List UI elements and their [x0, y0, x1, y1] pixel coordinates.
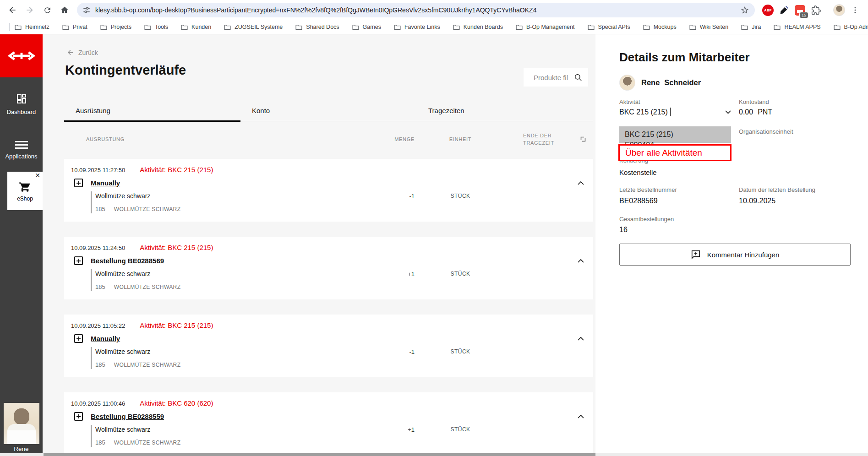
- horizontal-scrollbar-thumb[interactable]: [44, 453, 595, 456]
- pen-extension-icon[interactable]: [780, 5, 789, 15]
- card-activity: Aktivität: BKC 215 (215): [140, 321, 213, 329]
- adblock-extension-icon[interactable]: ABP: [762, 5, 774, 16]
- bookmarks-bar: Heimnetz Privat Projects Tools Kunden: [0, 20, 868, 34]
- bookmark-folder[interactable]: Kunden: [180, 23, 211, 31]
- folder-icon: [741, 23, 748, 31]
- gesamtbestellungen-value: 16: [619, 226, 628, 234]
- sidebar-item-applications[interactable]: Applications: [0, 135, 43, 165]
- bookmark-folder[interactable]: Games: [352, 23, 381, 31]
- bookmark-label: ZUGSEIL Systeme: [235, 24, 283, 30]
- collapse-chevron-icon[interactable]: [578, 337, 584, 341]
- collapse-chevron-icon[interactable]: [578, 414, 584, 418]
- home-button[interactable]: [57, 2, 72, 18]
- comment-add-icon: [691, 250, 701, 260]
- dropdown-chevron-icon[interactable]: [725, 110, 731, 114]
- sidebar-item-label: Applications: [5, 153, 37, 160]
- product-row: Wollmütze schwarz +1 STÜCK: [92, 270, 593, 277]
- bookmark-folder[interactable]: Mockups: [643, 23, 677, 31]
- forward-button[interactable]: [22, 2, 38, 18]
- product-filter-input[interactable]: Produkte fil: [524, 68, 588, 87]
- dropdown-option-all-activities[interactable]: Über alle Aktivitäten: [625, 148, 702, 158]
- user-photo[interactable]: [4, 403, 39, 444]
- horizontal-scrollbar[interactable]: [0, 453, 868, 456]
- product-filter-placeholder: Produkte fil: [534, 74, 574, 81]
- dropdown-option-selected[interactable]: BKC 215 (215): [619, 126, 731, 143]
- folder-icon: [14, 23, 22, 31]
- collapse-chevron-icon[interactable]: [578, 259, 584, 263]
- col-header-end-of-wear: ENDE DER TRAGEZEIT: [506, 132, 573, 147]
- bookmark-folder[interactable]: Jira: [741, 23, 761, 31]
- bookmark-folder[interactable]: Kunden Boards: [453, 23, 503, 31]
- browser-menu-kebab-icon[interactable]: [851, 6, 859, 14]
- card-source-link[interactable]: Manually: [91, 335, 120, 342]
- back-link[interactable]: Zurück: [66, 49, 98, 56]
- card-meta: 10.09.2025 11:00:46 Aktivität: BKC 620 (…: [64, 399, 593, 407]
- aktivitaet-dropdown[interactable]: BKC 215 (215): [619, 108, 731, 116]
- sidebar-item-eshop[interactable]: ✕ eShop: [7, 172, 43, 210]
- product-code-row: 185 WOLLMÜTZE SCHWARZ: [92, 439, 593, 446]
- sidebar-item-label: eShop: [17, 195, 33, 202]
- bookmark-folder[interactable]: Projects: [100, 23, 131, 31]
- bookmark-label: Jira: [752, 24, 761, 30]
- sidebar-item-label: Dashboard: [7, 109, 36, 115]
- folder-icon: [144, 23, 152, 31]
- reload-button[interactable]: [39, 2, 55, 18]
- sidebar-item-dashboard[interactable]: Dashboard: [0, 89, 43, 119]
- col-header-qty: MENGE: [369, 136, 415, 142]
- card-products: Wollmütze schwarz +1 STÜCK 185 WOLLMÜTZE…: [91, 269, 593, 291]
- back-button[interactable]: [5, 2, 20, 18]
- letzte-bestellnummer-label: Letzte Bestellnummer: [619, 186, 677, 193]
- kontierung-value: Kostenstelle: [619, 168, 657, 176]
- bookmark-folder[interactable]: Heimnetz: [14, 23, 49, 31]
- bookmark-folder[interactable]: Tools: [144, 23, 168, 31]
- text-caret: [670, 108, 671, 116]
- aktivitaet-value: BKC 215 (215): [619, 108, 668, 116]
- product-code-row: 185 WOLLMÜTZE SCHWARZ: [92, 361, 593, 368]
- bookmark-folder[interactable]: ZUGSEIL Systeme: [224, 23, 283, 31]
- expand-plus-icon[interactable]: [74, 412, 83, 421]
- browser-toolbar: klesy.sbb.b-op.com/bop-desktop?BusinessP…: [0, 0, 868, 20]
- bookmark-folder[interactable]: Special APIs: [587, 23, 630, 31]
- col-header-equipment: AUSRÜSTUNG: [86, 136, 369, 142]
- bookmark-folder[interactable]: REALM APPS: [773, 23, 820, 31]
- browser-profile-avatar[interactable]: [833, 4, 845, 16]
- tab[interactable]: Konto: [240, 107, 417, 121]
- password-extension-icon[interactable]: 15: [795, 5, 805, 16]
- tab[interactable]: Ausrüstung: [64, 107, 240, 122]
- card-head: Manually: [64, 334, 593, 343]
- folder-icon: [393, 23, 401, 31]
- star-icon[interactable]: [740, 5, 749, 15]
- extensions-puzzle-icon[interactable]: [811, 5, 821, 15]
- address-bar[interactable]: klesy.sbb.b-op.com/bop-desktop?BusinessP…: [77, 3, 755, 17]
- card-source-link[interactable]: Bestellung BE0288569: [91, 257, 164, 265]
- bookmark-folder[interactable]: Favorite Links: [393, 23, 440, 31]
- app-window: Dashboard Applications ✕ eShop Rene Zurü…: [0, 34, 868, 456]
- expand-plus-icon[interactable]: [74, 256, 83, 265]
- card-source-link[interactable]: Manually: [91, 179, 120, 187]
- sort-icon[interactable]: [573, 136, 593, 143]
- product-code: 185: [95, 361, 105, 368]
- search-icon[interactable]: [574, 73, 583, 82]
- folder-icon: [224, 23, 231, 31]
- product-code-name: WOLLMÜTZE SCHWARZ: [114, 284, 181, 290]
- bookmark-folder[interactable]: B-Op Management: [515, 23, 575, 31]
- bookmark-folder[interactable]: Wiki Seiten: [689, 23, 729, 31]
- expand-plus-icon[interactable]: [74, 334, 83, 343]
- add-comment-button[interactable]: Kommentar Hinzufügen: [619, 244, 851, 266]
- bookmark-folder[interactable]: Privat: [62, 23, 87, 31]
- close-icon[interactable]: ✕: [35, 172, 40, 179]
- bookmark-label: REALM APPS: [784, 24, 820, 30]
- collapse-chevron-icon[interactable]: [578, 181, 584, 185]
- tab[interactable]: Tragezeiten: [417, 107, 593, 121]
- extensions-area: ABP 15: [762, 4, 859, 16]
- bookmark-folder[interactable]: B-Op Admin: [833, 23, 868, 31]
- kontostand-label: Kontostand: [739, 98, 769, 105]
- bookmarks-separator: [9, 23, 10, 31]
- url-text[interactable]: klesy.sbb.b-op.com/bop-desktop?BusinessP…: [95, 6, 740, 14]
- folder-icon: [352, 23, 360, 31]
- folder-icon: [689, 23, 697, 31]
- folder-icon: [100, 23, 108, 31]
- card-source-link[interactable]: Bestellung BE0288559: [91, 413, 164, 420]
- expand-plus-icon[interactable]: [74, 179, 83, 187]
- bookmark-folder[interactable]: Shared Docs: [295, 23, 339, 31]
